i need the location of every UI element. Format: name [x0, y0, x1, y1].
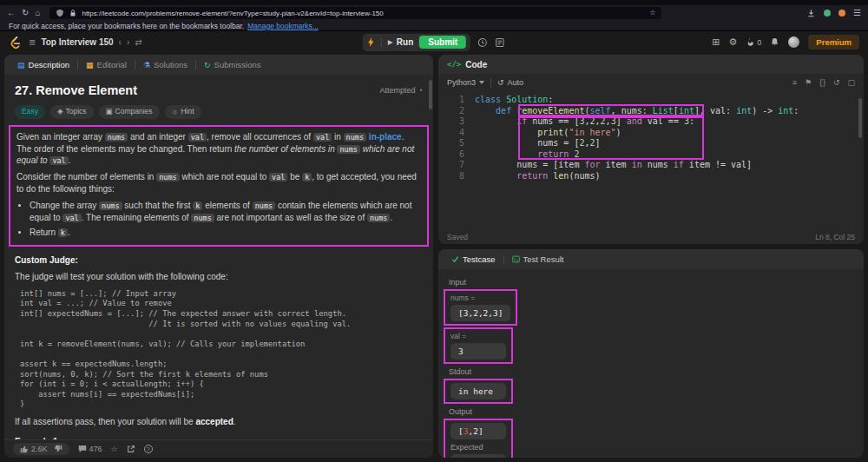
back-icon[interactable]: ← — [7, 9, 16, 17]
avatar[interactable] — [788, 36, 799, 48]
tab-submissions[interactable]: ↻Submissions — [198, 60, 266, 69]
manage-bookmarks-link[interactable]: Manage bookmarks... — [247, 22, 319, 30]
expected-label: Expected — [450, 443, 506, 452]
browser-menu-icon[interactable]: ☰ — [853, 9, 861, 17]
annotation-box-description: Given an integer array nums and an integ… — [9, 125, 429, 247]
premium-button[interactable]: Premium — [808, 35, 859, 50]
line-number: 8 — [445, 171, 464, 182]
timer-icon[interactable] — [477, 37, 488, 48]
layout-grid-icon[interactable]: ⊞ — [712, 36, 720, 48]
submit-button[interactable]: Submit — [419, 36, 466, 49]
annotation-box-output-expected: [3,2] Expected [2,2] — [444, 419, 513, 458]
bookmark-icon[interactable]: ⚑ — [805, 78, 812, 87]
like-button[interactable]: 2.6K — [20, 445, 48, 453]
study-plan-title[interactable]: Top Interview 150 — [41, 37, 113, 47]
comments-button[interactable]: 476 — [78, 445, 102, 453]
shuffle-icon[interactable]: ⇄ — [135, 37, 141, 47]
code-line[interactable]: class Solution: — [475, 95, 799, 106]
dislike-button[interactable] — [54, 445, 62, 453]
url-text: https://leetcode.com/problems/remove-ele… — [82, 10, 645, 17]
reload-icon[interactable]: ↻ — [22, 9, 29, 17]
thumb-up-icon — [20, 445, 29, 453]
thumb-down-icon — [54, 445, 62, 453]
run-button[interactable]: Run — [388, 37, 413, 47]
download-icon[interactable] — [806, 9, 816, 18]
right-column: </> Code Python3 ↺Auto ≡ ⚑ { } ↺ — [438, 55, 864, 458]
cursor-position: Ln 8, Col 25 — [815, 233, 855, 241]
custom-judge-intro: The judge will test your solution with t… — [15, 271, 423, 283]
breadcrumb[interactable]: ≣ Top Interview 150 ‹ › ⇄ — [29, 37, 142, 47]
judge-code-block: int[] nums = [...]; // Input array int v… — [20, 289, 423, 410]
editorial-book-icon: ▦ — [86, 61, 94, 69]
run-submit-cluster: Run Submit — [363, 34, 505, 51]
browser-toolbar: ← ↻ ⌂ https://leetcode.com/problems/remo… — [0, 5, 868, 21]
code-editor[interactable]: 12345678 class Solution: def removeEleme… — [438, 91, 864, 229]
val-field-value[interactable]: 3 — [450, 343, 506, 360]
line-number: 6 — [445, 149, 464, 161]
difficulty-badge[interactable]: Easy — [15, 105, 45, 119]
tab-testcase[interactable]: Testcase — [445, 254, 502, 264]
hint-tag[interactable]: ☼Hint — [165, 105, 201, 119]
leetcode-logo[interactable] — [9, 36, 22, 49]
expected-value: [2,2] — [450, 454, 506, 458]
reset-code-icon[interactable]: ↺ — [833, 78, 840, 87]
extension-icon-orange[interactable] — [838, 10, 845, 16]
code-toolbar: Python3 ↺Auto ≡ ⚑ { } ↺ ▢ — [438, 74, 864, 91]
line-number: 3 — [445, 116, 464, 128]
debug-icon[interactable] — [367, 37, 375, 47]
accepted-line: If all assertions pass, then your soluti… — [15, 416, 423, 428]
code-line[interactable]: return 2 — [475, 149, 799, 161]
code-text[interactable]: class Solution: def removeElement(self, … — [475, 95, 799, 229]
braces-icon[interactable]: { } — [819, 78, 825, 87]
main-content: ▤Description ▦Editorial ⚗Solutions ↻Subm… — [0, 53, 868, 462]
line-number-gutter: 12345678 — [445, 95, 464, 229]
help-icon[interactable]: ? — [144, 445, 153, 453]
code-line[interactable]: nums = [item for item in nums if item !=… — [475, 160, 799, 171]
bell-icon[interactable] — [770, 37, 779, 47]
fullscreen-icon[interactable]: ▢ — [847, 78, 855, 87]
code-panel-header: </> Code — [438, 55, 864, 74]
tab-test-result[interactable]: Test Result — [506, 254, 570, 264]
description-scrollbar[interactable] — [429, 80, 432, 109]
tab-solutions[interactable]: ⚗Solutions — [137, 60, 194, 69]
annotation-box-val: val = 3 — [444, 327, 513, 364]
terminal-icon — [512, 255, 520, 263]
code-line[interactable]: if nums == [3,2,2,3] and val == 3: — [475, 116, 799, 128]
companies-tag[interactable]: ▣Companies — [99, 105, 160, 119]
tab-editorial[interactable]: ▦Editorial — [80, 60, 133, 69]
auto-toggle[interactable]: ↺Auto — [497, 78, 523, 87]
nums-field-value[interactable]: [3,2,2,3] — [450, 305, 510, 321]
language-selector[interactable]: Python3 — [447, 78, 484, 87]
like-count: 2.6K — [31, 445, 48, 453]
testcase-tabbar: Testcase Test Result — [438, 249, 864, 269]
streak-counter[interactable]: 0 — [746, 37, 761, 47]
code-line[interactable]: return len(nums) — [475, 171, 799, 182]
vote-pill: 2.6K — [13, 443, 69, 455]
next-problem-icon[interactable]: › — [127, 37, 129, 47]
code-line[interactable]: print("in here") — [475, 128, 799, 139]
tag-row: Easy ◈Topics ▣Companies ☼Hint — [15, 105, 423, 119]
code-line[interactable]: nums = [2,2] — [475, 138, 799, 149]
topics-tag[interactable]: ◈Topics — [50, 105, 94, 119]
share-button[interactable] — [127, 445, 135, 453]
editor-scrollbar[interactable] — [858, 98, 862, 138]
description-list: Change the array nums such that the firs… — [16, 200, 421, 239]
favorite-button[interactable]: ☆ — [111, 445, 118, 453]
comment-count: 476 — [89, 445, 102, 453]
topics-icon: ◈ — [57, 107, 63, 117]
note-icon[interactable] — [495, 37, 505, 48]
format-icon[interactable]: ≡ — [792, 78, 797, 87]
shield-icon[interactable] — [56, 9, 64, 17]
url-bar[interactable]: https://leetcode.com/problems/remove-ele… — [49, 7, 661, 19]
problem-description-body: 27. Remove Element Attempted◔ Easy ◈Topi… — [4, 75, 433, 439]
output-value: [3,2] — [450, 423, 506, 439]
code-line[interactable]: def removeElement(self, nums: List[int],… — [475, 106, 799, 117]
settings-gear-icon[interactable]: ⚙ — [728, 36, 737, 48]
line-number: 4 — [445, 128, 464, 139]
prev-problem-icon[interactable]: ‹ — [119, 37, 122, 47]
tab-description[interactable]: ▤Description — [11, 60, 76, 69]
bookmark-star-icon[interactable]: ☆ — [649, 10, 655, 16]
home-icon[interactable]: ⌂ — [35, 9, 40, 17]
description-doc-icon: ▤ — [17, 61, 25, 69]
extension-icon-green[interactable] — [824, 10, 831, 16]
